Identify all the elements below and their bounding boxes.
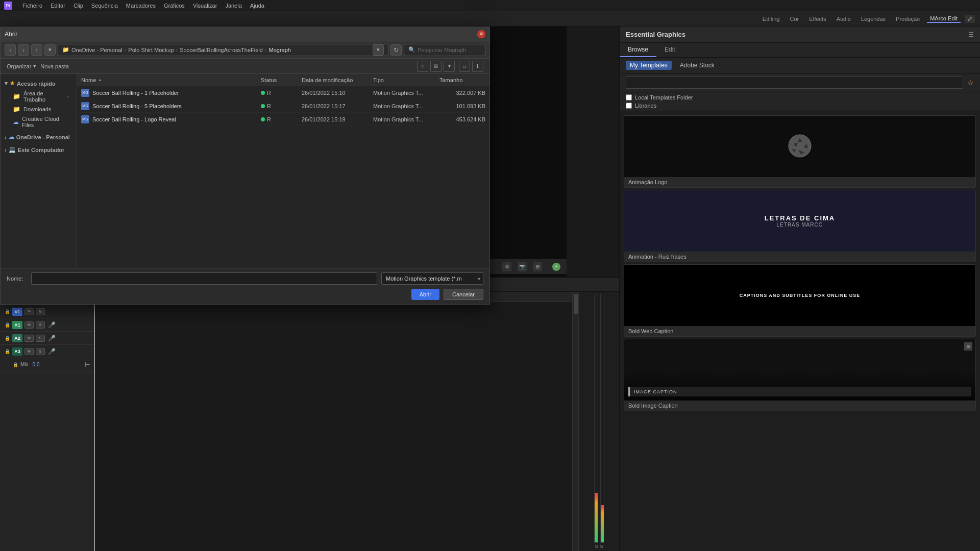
eg-search-input[interactable] <box>626 77 963 89</box>
file-icon-2: MG <box>81 115 89 123</box>
menu-edit[interactable]: Editar <box>51 3 65 9</box>
breadcrumb-dropdown-btn[interactable]: ▾ <box>373 44 384 56</box>
eg-search: ☆ <box>620 73 980 92</box>
add-btn[interactable]: + <box>552 263 560 271</box>
col-date-label: Data de modificação <box>302 77 353 83</box>
dialog-close-btn[interactable]: ✕ <box>477 30 485 38</box>
refresh-btn[interactable]: ↻ <box>390 44 402 56</box>
eg-star-icon[interactable]: ☆ <box>967 79 974 87</box>
scroll-bar[interactable] <box>572 292 578 551</box>
col-type-header[interactable]: Tipo <box>373 77 439 83</box>
nav-up-btn[interactable]: ↑ <box>31 44 42 56</box>
template-card-1[interactable]: LETRAS DE CIMA LETRAS MARCO Animation - … <box>624 190 976 262</box>
template-thumb-1: LETRAS DE CIMA LETRAS MARCO <box>624 190 975 252</box>
eg-tab-browse[interactable]: Browse <box>620 43 656 57</box>
file-size-1: 101.093 KB <box>439 103 485 109</box>
view-preview-btn[interactable]: □ <box>459 61 470 72</box>
footer-name-input[interactable] <box>31 272 377 285</box>
menu-markers[interactable]: Marcadores <box>126 3 156 9</box>
template-card-0[interactable]: Animação Logo <box>624 115 976 188</box>
scroll-thumb[interactable] <box>574 294 578 314</box>
file-row-2[interactable]: MG Soccer Ball Rolling - Logo Reveal R 2… <box>77 113 489 126</box>
workspace-production[interactable]: Produção <box>893 15 923 23</box>
eg-tab-edit[interactable]: Edit <box>656 43 683 57</box>
file-row-1[interactable]: MG Soccer Ball Rolling - 5 Placeholders … <box>77 99 489 113</box>
col-date-header[interactable]: Data de modificação <box>302 77 373 83</box>
eg-sub-tab-adobe-stock[interactable]: Adobe Stock <box>676 61 719 70</box>
computer-header[interactable]: › 💻 Este Computador <box>5 146 72 153</box>
menu-sequence[interactable]: Sequência <box>91 3 118 9</box>
soccer-ball-container <box>787 133 813 160</box>
cancel-button[interactable]: Cancelar <box>444 289 483 300</box>
workspace-editing[interactable]: Editing <box>760 15 783 23</box>
menu-view[interactable]: Visualizar <box>193 3 217 9</box>
view-info-btn[interactable]: ℹ <box>472 61 483 72</box>
nova-pasta-btn[interactable]: Nova pasta <box>40 63 69 69</box>
menu-file[interactable]: Ficheiro <box>22 3 42 9</box>
track-a2-mic[interactable]: 🎤 <box>48 335 56 342</box>
camera-icon[interactable]: 📷 <box>518 262 527 271</box>
sidebar-item-desktop[interactable]: 📁 Área de Trabalho › <box>5 89 72 104</box>
sidebar-item-creative-cloud[interactable]: ☁ Creative Cloud Files <box>5 114 72 130</box>
workspace-audio[interactable]: Audio <box>834 15 854 23</box>
file-type-select[interactable]: Motion Graphics template (*.m <box>381 272 483 285</box>
file-row-0[interactable]: MG Soccer Ball Rolling - 1 Placeholder R… <box>77 86 489 99</box>
nav-forward-btn[interactable]: › <box>18 44 29 56</box>
organizar-btn[interactable]: Organizar ▾ <box>7 63 36 69</box>
mix-end[interactable]: ⊢ <box>85 361 90 368</box>
view-options-btn[interactable]: ▾ <box>444 61 455 72</box>
menu-clip[interactable]: Clip <box>74 3 83 9</box>
track-a3-mic[interactable]: 🎤 <box>48 348 56 355</box>
settings-icon[interactable]: ⚙ <box>502 262 511 271</box>
sidebar-onedrive: › ☁ OneDrive - Personal <box>1 132 77 144</box>
track-a3-m[interactable]: M <box>24 348 34 355</box>
sidebar-item-downloads[interactable]: 📁 Downloads <box>5 104 72 114</box>
lock-a3[interactable]: 🔒 <box>4 349 10 354</box>
timeline-content: 🔒 V2 👁 M 🔒 V1 👁 M 🔒 A <box>0 292 619 551</box>
maximize-btn[interactable]: ⤢ <box>965 15 975 23</box>
onedrive-header[interactable]: › ☁ OneDrive - Personal <box>5 134 72 140</box>
breadcrumb-part1[interactable]: OneDrive - Personal <box>71 47 122 53</box>
letras-content: LETRAS DE CIMA LETRAS MARCO <box>765 214 836 228</box>
workspace-color[interactable]: Cor <box>787 15 802 23</box>
view-grid-btn[interactable]: ⊞ <box>430 61 442 72</box>
lock-mix[interactable]: 🔒 <box>12 362 18 367</box>
app-icon: Pr <box>4 2 12 10</box>
nova-pasta-label: Nova pasta <box>40 63 69 69</box>
menu-help[interactable]: Ajuda <box>250 3 264 9</box>
col-size-header[interactable]: Tamanho <box>439 77 485 83</box>
track-a2-s[interactable]: S <box>36 335 45 342</box>
breadcrumb-part2[interactable]: Polo Shirt Mockup <box>128 47 174 53</box>
template-card-3[interactable]: IMAGE CAPTION ⊕ Bold Image Caption <box>624 339 976 411</box>
col-size-label: Tamanho <box>439 77 462 83</box>
track-a3-s[interactable]: S <box>36 348 45 355</box>
breadcrumb-part3[interactable]: SoccerBallRollingAcrossTheField <box>180 47 263 53</box>
menu-graphics[interactable]: Gráficos <box>164 3 185 9</box>
meter-s-right: S <box>600 544 603 549</box>
nav-recent-btn[interactable]: ▾ <box>44 44 56 56</box>
view-list-btn[interactable]: ≡ <box>417 61 428 72</box>
nav-back-btn[interactable]: ‹ <box>5 44 16 56</box>
template-card-2[interactable]: CAPTIONS AND SUBTITLES FOR ONLINE USE Bo… <box>624 264 976 337</box>
eg-checkbox-libraries-input[interactable] <box>626 103 632 109</box>
workspace-effects[interactable]: Effects <box>806 15 829 23</box>
breadcrumb-sep3: › <box>265 47 267 53</box>
track-a2-m[interactable]: M <box>24 335 34 342</box>
col-name-header[interactable]: Nome ▲ <box>81 77 261 83</box>
eg-sub-tab-my-templates[interactable]: My Templates <box>626 61 672 70</box>
menu-window[interactable]: Janela <box>225 3 241 9</box>
desktop-folder-icon: 📁 <box>13 93 20 100</box>
lock-a2[interactable]: 🔒 <box>4 336 10 341</box>
downloads-folder-icon: 📁 <box>13 106 20 113</box>
track-a3-label: A3 <box>12 347 22 356</box>
col-status-header[interactable]: Status <box>261 77 302 83</box>
workspace-legendas[interactable]: Legendas <box>858 15 889 23</box>
open-button[interactable]: Abrir <box>411 289 439 300</box>
layout-icon[interactable]: ⊞ <box>533 262 542 271</box>
quick-access-header[interactable]: ▾ ★ Acesso rápido <box>5 80 72 87</box>
eg-menu-icon[interactable]: ☰ <box>968 31 974 38</box>
eg-checkbox-local-input[interactable] <box>626 94 632 101</box>
playhead[interactable] <box>94 302 95 551</box>
workspace-marco[interactable]: MArco Edit <box>927 14 961 23</box>
dialog-toolbar: Organizar ▾ Nova pasta ≡ ⊞ ▾ □ ℹ <box>1 59 489 74</box>
